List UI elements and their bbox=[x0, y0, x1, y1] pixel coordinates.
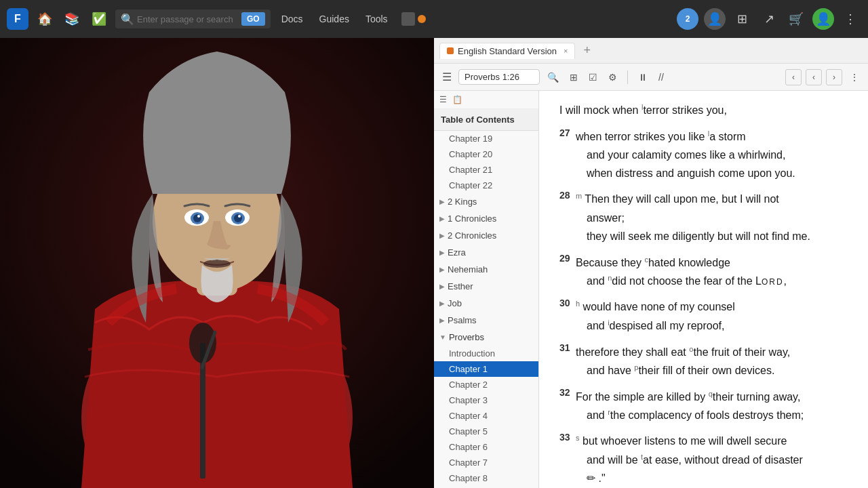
verse-text-31b: and have ptheir fill of their own device… bbox=[559, 361, 848, 380]
svg-point-8 bbox=[193, 214, 201, 222]
toc-book-ezra[interactable]: ▶ Ezra bbox=[434, 244, 538, 261]
verse-ref-s: s bbox=[576, 434, 580, 442]
toc-notes-icon[interactable]: 📋 bbox=[451, 94, 464, 106]
toc-title: Table of Contents bbox=[441, 115, 515, 125]
toc-book-2chronicles[interactable]: ▶ 2 Chronicles bbox=[434, 227, 538, 244]
svg-point-9 bbox=[234, 214, 242, 222]
toc-book-esther[interactable]: ▶ Esther bbox=[434, 278, 538, 295]
verse-num-27: 27 bbox=[559, 127, 570, 138]
profile-button[interactable]: 👤 bbox=[812, 8, 834, 30]
cart-button[interactable]: 🛒 bbox=[785, 8, 807, 30]
toc-intro[interactable]: Introduction bbox=[434, 346, 538, 361]
verse-num-29: 29 bbox=[559, 253, 570, 264]
verse-block-33: 33 s but whoever listens to me will dwel… bbox=[559, 430, 848, 487]
chevron-right-icon: ▶ bbox=[439, 266, 445, 273]
guides-button[interactable]: Guides bbox=[314, 11, 355, 27]
toc-chapter-20[interactable]: Chapter 20 bbox=[434, 146, 538, 162]
verse-text-32a: For the simple are killed by qtheir turn… bbox=[576, 391, 800, 403]
hamburger-icon[interactable]: ☰ bbox=[439, 69, 454, 85]
toc-book-psalms[interactable]: ▶ Psalms bbox=[434, 312, 538, 329]
verse-num-33: 33 bbox=[559, 432, 570, 443]
nav-right-section: 2 👤 ⊞ ↗ 🛒 👤 ⋮ bbox=[677, 8, 861, 30]
avatar-button[interactable]: 👤 bbox=[704, 8, 726, 30]
settings-icon-button[interactable]: ⚙ bbox=[605, 70, 620, 85]
toc-chapter-21[interactable]: Chapter 21 bbox=[434, 162, 538, 178]
verse-ref: l bbox=[642, 103, 643, 111]
bookmark-button[interactable]: ✅ bbox=[88, 8, 110, 30]
bible-panel: English Standard Version × + ☰ Proverbs … bbox=[434, 38, 868, 488]
svg-point-12 bbox=[203, 260, 231, 268]
verse-ref-m: m bbox=[576, 192, 582, 200]
search-input[interactable] bbox=[137, 14, 239, 24]
toc-book-proverbs[interactable]: ▼ Proverbs bbox=[434, 329, 538, 346]
toc-chapter-5[interactable]: Chapter 5 bbox=[434, 424, 538, 439]
grid-icon-button[interactable]: ⊞ bbox=[566, 70, 581, 85]
verse-ref-c: c bbox=[644, 255, 648, 263]
home-button[interactable]: 🏠 bbox=[34, 8, 56, 30]
verse-text-29a: Because they chated knowledge bbox=[576, 257, 730, 268]
toc-book-job[interactable]: ▶ Job bbox=[434, 295, 538, 312]
chevron-right-icon: ▶ bbox=[439, 317, 445, 324]
verse-block-29: 29 Because they chated knowledge and ndi… bbox=[559, 251, 848, 290]
search-bar: 🔍 GO bbox=[115, 9, 271, 28]
passage-selector[interactable]: Proverbs 1:26 bbox=[458, 69, 540, 85]
verse-ref-q: q bbox=[709, 389, 713, 397]
verse-block-32: 32 For the simple are killed by qtheir t… bbox=[559, 385, 848, 424]
toc-chapter-1[interactable]: Chapter 1 bbox=[434, 361, 538, 377]
pause-icon-button[interactable]: ⏸ bbox=[635, 70, 651, 85]
toc-book-label: Proverbs bbox=[449, 332, 484, 342]
nav-forward-button[interactable]: › bbox=[826, 69, 842, 85]
bible-content-area: ☰ 📋 Table of Contents Chapter 19 Chapter… bbox=[434, 91, 868, 488]
library-button[interactable]: 📚 bbox=[61, 8, 83, 30]
text-mode-button[interactable]: // bbox=[655, 70, 667, 85]
chevron-down-icon: ▼ bbox=[439, 333, 446, 341]
toc-book-1chronicles[interactable]: ▶ 1 Chronicles bbox=[434, 210, 538, 227]
toc-book-nehemiah[interactable]: ▶ Nehemiah bbox=[434, 261, 538, 278]
separator-1 bbox=[627, 70, 628, 84]
add-tab-button[interactable]: + bbox=[579, 42, 595, 59]
toc-chapter-22[interactable]: Chapter 22 bbox=[434, 178, 538, 193]
toc-book-label: Psalms bbox=[448, 315, 477, 325]
layout-button[interactable]: ⊞ bbox=[731, 8, 753, 30]
toc-chapter-4[interactable]: Chapter 4 bbox=[434, 408, 538, 424]
toc-chapter-8[interactable]: Chapter 8 bbox=[434, 470, 538, 486]
svg-point-10 bbox=[197, 215, 200, 218]
app-logo[interactable]: F bbox=[7, 8, 28, 30]
verse-block-28: 28 m Then they will call upon me, but I … bbox=[559, 188, 848, 245]
chevron-right-icon: ▶ bbox=[439, 249, 445, 256]
verse-text-32b: and rthe complacency of fools destroys t… bbox=[559, 406, 848, 425]
toc-chapter-2[interactable]: Chapter 2 bbox=[434, 377, 538, 392]
more-options-button[interactable]: ⋮ bbox=[846, 70, 863, 85]
toc-book-2kings[interactable]: ▶ 2 Kings bbox=[434, 193, 538, 210]
tab-close-button[interactable]: × bbox=[564, 47, 568, 55]
check-icon-button[interactable]: ☑ bbox=[585, 70, 601, 85]
toc-chapter-3[interactable]: Chapter 3 bbox=[434, 392, 538, 408]
person-svg bbox=[0, 38, 434, 488]
verse-block-31: 31 therefore they shall eat othe fruit o… bbox=[559, 340, 848, 380]
verse-text-33c: ✏ ." bbox=[559, 469, 848, 487]
bible-tab-bar: English Standard Version × + bbox=[434, 38, 868, 64]
svg-point-11 bbox=[238, 215, 241, 218]
toc-chapter-19[interactable]: Chapter 19 bbox=[434, 131, 538, 146]
verse-ref-h: h bbox=[576, 300, 580, 308]
verse-num-28: 28 bbox=[559, 190, 570, 201]
nav-down-button[interactable]: ‹ bbox=[806, 69, 822, 85]
docs-button[interactable]: Docs bbox=[276, 11, 309, 27]
video-panel bbox=[0, 38, 434, 488]
toc-chapter-7[interactable]: Chapter 7 bbox=[434, 455, 538, 470]
search-icon-button[interactable]: 🔍 bbox=[544, 70, 562, 85]
toc-chapter-6[interactable]: Chapter 6 bbox=[434, 439, 538, 455]
verse-text-27c: when distress and anguish come upon you. bbox=[559, 164, 848, 182]
esv-tab[interactable]: English Standard Version × bbox=[439, 43, 575, 59]
nav-back-button[interactable]: ‹ bbox=[785, 69, 802, 85]
share-button[interactable]: ↗ bbox=[758, 8, 780, 30]
toc-sidebar: ☰ 📋 Table of Contents Chapter 19 Chapter… bbox=[434, 91, 539, 488]
toc-list-icon[interactable]: ☰ bbox=[438, 94, 448, 106]
tools-button[interactable]: Tools bbox=[360, 11, 393, 27]
notification-badge[interactable]: 2 bbox=[677, 8, 698, 30]
bible-text-area[interactable]: I will mock when lterror strikes you, 27… bbox=[539, 91, 868, 488]
go-button[interactable]: GO bbox=[241, 12, 265, 26]
verse-text-33b: and will be tat ease, without dread of d… bbox=[559, 451, 848, 470]
more-button[interactable]: ⋮ bbox=[840, 8, 861, 30]
verse-num-32: 32 bbox=[559, 387, 570, 398]
